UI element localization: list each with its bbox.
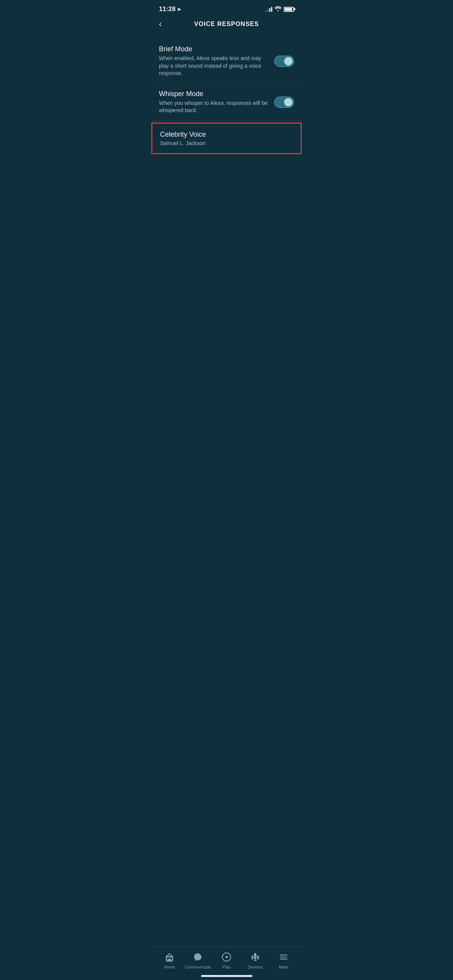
whisper-mode-toggle[interactable] — [274, 96, 294, 108]
whisper-mode-setting: Whisper Mode When you whisper to Alexa, … — [151, 84, 302, 121]
brief-mode-title: Brief Mode — [159, 45, 268, 53]
brief-mode-toggle[interactable] — [274, 56, 294, 67]
brief-mode-text: Brief Mode When enabled, Alexa speaks le… — [159, 45, 274, 77]
wifi-icon — [275, 6, 281, 13]
page-title: VOICE RESPONSES — [194, 21, 259, 28]
brief-mode-description: When enabled, Alexa speaks less and may … — [159, 55, 268, 77]
status-icons — [265, 6, 294, 13]
whisper-mode-toggle-knob — [284, 98, 293, 106]
header: ‹ VOICE RESPONSES — [151, 17, 302, 35]
whisper-mode-title: Whisper Mode — [159, 90, 268, 98]
location-icon: ➤ — [177, 7, 181, 12]
whisper-mode-description: When you whisper to Alexa, responses wil… — [159, 100, 268, 114]
brief-mode-setting: Brief Mode When enabled, Alexa speaks le… — [151, 39, 302, 84]
celebrity-voice-title: Celebrity Voice — [160, 131, 293, 139]
brief-mode-toggle-knob — [284, 57, 293, 65]
whisper-mode-text: Whisper Mode When you whisper to Alexa, … — [159, 90, 274, 114]
celebrity-voice-setting[interactable]: Celebrity Voice Samuel L. Jackson — [151, 122, 302, 154]
back-button[interactable]: ‹ — [159, 19, 162, 29]
status-bar: 11:28 ➤ — [151, 0, 302, 17]
battery-icon — [284, 7, 294, 12]
signal-icon — [265, 7, 272, 12]
status-time: 11:28 ➤ — [159, 5, 181, 13]
time-display: 11:28 — [159, 5, 175, 13]
settings-list: Brief Mode When enabled, Alexa speaks le… — [151, 35, 302, 160]
celebrity-voice-subtitle: Samuel L. Jackson — [160, 140, 293, 146]
